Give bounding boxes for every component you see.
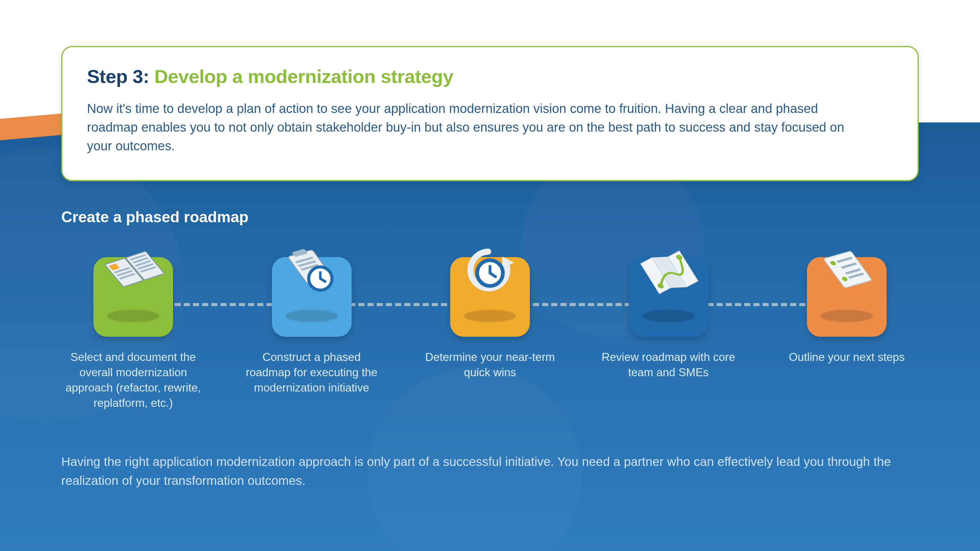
roadmap-step: Select and document the overall moderniz… — [61, 245, 205, 411]
step-tile — [629, 257, 708, 337]
roadmap: Select and document the overall moderniz… — [61, 245, 919, 411]
step-title: Develop a modernization strategy — [154, 66, 453, 87]
step-tile — [807, 257, 886, 337]
step-card: Step 3: Develop a modernization strategy… — [61, 46, 919, 181]
roadmap-step: Construct a phased roadmap for executing… — [240, 245, 384, 411]
refresh-clock-icon — [460, 246, 520, 307]
roadmap-step: Determine your near-term quick wins — [418, 245, 562, 411]
step-label: Review roadmap with core team and SMEs — [597, 349, 740, 380]
step-label: Select and document the overall moderniz… — [61, 349, 205, 411]
svg-rect-28 — [824, 251, 872, 288]
roadmap-step: Review roadmap with core team and SMEs — [597, 245, 740, 411]
checklist-icon — [816, 246, 877, 307]
icon-shadow — [107, 310, 159, 322]
icon-shadow — [821, 310, 873, 322]
step-label: Determine your near-term quick wins — [418, 349, 562, 380]
step-prefix: Step 3: — [87, 66, 154, 87]
icon-shadow — [464, 310, 516, 322]
roadmap-step: Outline your next steps — [775, 245, 919, 411]
step-label: Outline your next steps — [789, 349, 905, 365]
roadmap-steps: Select and document the overall moderniz… — [61, 245, 919, 411]
book-icon — [103, 246, 164, 307]
icon-shadow — [286, 310, 338, 322]
step-tile — [450, 257, 530, 337]
map-route-icon — [638, 246, 699, 307]
step-body: Now it's time to develop a plan of actio… — [87, 100, 868, 156]
icon-shadow — [643, 310, 695, 322]
step-tile — [272, 257, 352, 337]
step-heading: Step 3: Develop a modernization strategy — [87, 65, 893, 87]
step-tile — [94, 257, 173, 337]
step-label: Construct a phased roadmap for executing… — [240, 349, 384, 395]
clipboard-clock-icon — [281, 246, 342, 307]
footer-paragraph: Having the right application modernizati… — [61, 453, 919, 490]
section-title: Create a phased roadmap — [61, 208, 248, 226]
